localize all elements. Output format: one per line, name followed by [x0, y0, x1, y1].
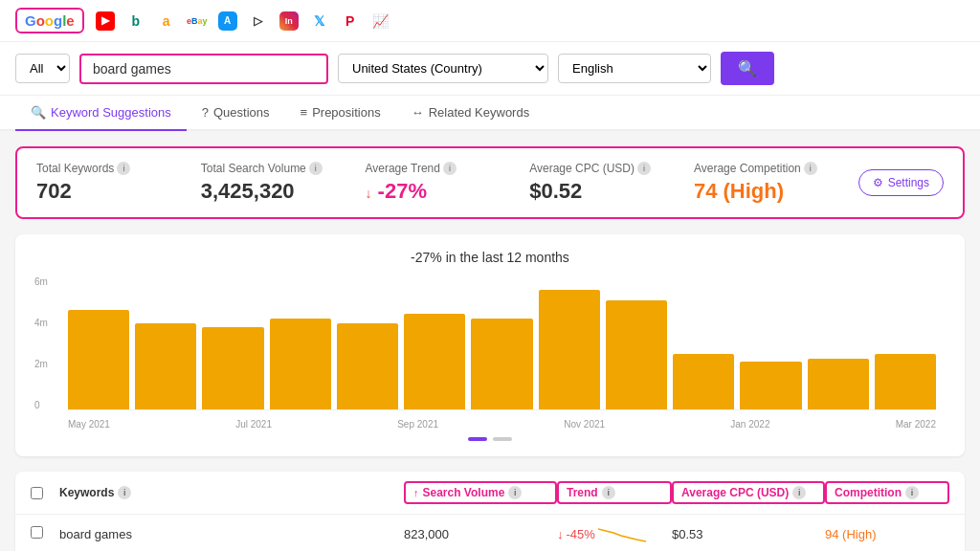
bar-5 [337, 323, 398, 409]
table-row: board games 823,000 ↓ -45% $0.53 94 (Hig… [15, 515, 965, 551]
avg-trend-label: Average Trend i [365, 162, 510, 175]
total-search-volume-label: Total Search Volume i [201, 162, 346, 175]
google-logo: Google [25, 12, 75, 29]
chart-x-labels: May 2021 Jul 2021 Sep 2021 Nov 2021 Jan … [68, 419, 936, 430]
instagram-engine-btn[interactable]: In [279, 11, 299, 31]
appstore-engine-btn[interactable]: A [218, 11, 237, 31]
competition-info-icon[interactable]: i [905, 486, 919, 499]
total-search-volume-stat: Total Search Volume i 3,425,320 [201, 162, 366, 204]
country-select[interactable]: United States (Country) [338, 54, 548, 83]
select-all-checkbox[interactable] [31, 487, 43, 499]
x-label-mar22: Mar 2022 [896, 419, 936, 430]
th-keywords: Keywords i [59, 486, 404, 499]
avg-cpc-label: Average CPC (USD) i [529, 162, 675, 175]
google-engine-btn[interactable]: Google [15, 8, 84, 33]
settings-button[interactable]: ⚙ Settings [858, 169, 944, 196]
bar-10 [673, 354, 734, 409]
avg-cpc-value: $0.52 [529, 179, 675, 204]
avg-trend-value: ↓ -27% [365, 179, 510, 204]
th-competition: Competition i [825, 481, 949, 504]
engine-bar: Google ▶ b a eBay A ▷ In 𝕏 P 📈 [0, 0, 980, 42]
th-search-volume: ↑ Search Volume i [404, 481, 557, 504]
bar-13 [875, 354, 936, 409]
search-button[interactable]: 🔍 [721, 52, 774, 85]
chart-dot-2[interactable] [493, 437, 512, 441]
prepositions-icon: ≡ [301, 105, 308, 120]
trend-info-icon[interactable]: i [602, 486, 615, 499]
related-keywords-icon: ↔ [412, 105, 424, 120]
x-label-jan22: Jan 2022 [730, 419, 769, 430]
total-search-volume-value: 3,425,320 [201, 179, 346, 204]
x-label-jul21: Jul 2021 [235, 419, 272, 430]
row1-trend-arrow: ↓ [557, 527, 564, 541]
gear-icon: ⚙ [873, 176, 883, 189]
chart-bars [68, 276, 936, 410]
avg-cpc-info-icon[interactable]: i [637, 162, 651, 175]
keywords-info-icon[interactable]: i [118, 486, 131, 499]
bar-1 [68, 310, 129, 409]
chart-section: -27% in the last 12 months 6m 4m 2m 0 [15, 234, 965, 456]
row1-check[interactable] [31, 526, 43, 539]
avg-cpc-stat: Average CPC (USD) i $0.52 [529, 162, 694, 204]
search-bar: All United States (Country) English 🔍 [0, 42, 980, 96]
bing-engine-btn[interactable]: b [126, 11, 145, 31]
news-engine-btn[interactable]: 📈 [371, 11, 390, 31]
th-checkbox [31, 487, 59, 499]
search-volume-header-info[interactable]: i [508, 486, 522, 499]
row1-checkbox [31, 526, 59, 541]
sort-icon: ↑ [413, 487, 419, 498]
total-keywords-value: 702 [36, 179, 182, 204]
avg-competition-value: 74 (High) [694, 179, 839, 204]
x-label-nov21: Nov 2021 [564, 419, 605, 430]
th-avg-cpc: Average CPC (USD) i [672, 481, 825, 504]
avg-competition-label: Average Competition i [694, 162, 839, 175]
stats-row: Total Keywords i 702 Total Search Volume… [15, 146, 965, 219]
nav-tabs: 🔍 Keyword Suggestions ? Questions ≡ Prep… [0, 96, 980, 131]
keyword-table: Keywords i ↑ Search Volume i Trend i Ave… [15, 472, 965, 551]
row1-sparkline [598, 524, 646, 543]
total-keywords-info-icon[interactable]: i [117, 162, 130, 175]
row1-keyword: board games [59, 527, 404, 541]
chart-y-labels: 6m 4m 2m 0 [34, 276, 63, 410]
chart-pagination [34, 437, 946, 441]
chart-container: 6m 4m 2m 0 May 2021 [34, 276, 946, 430]
language-select[interactable]: English [558, 54, 711, 83]
keyword-suggestions-icon: 🔍 [31, 105, 46, 120]
amazon-engine-btn[interactable]: a [157, 11, 176, 31]
filter-select[interactable]: All [15, 54, 70, 83]
bar-4 [270, 319, 331, 409]
avg-trend-stat: Average Trend i ↓ -27% [365, 162, 529, 204]
pinterest-engine-btn[interactable]: P [341, 11, 360, 31]
twitter-engine-btn[interactable]: 𝕏 [310, 11, 329, 31]
bar-7 [471, 319, 532, 409]
search-volume-info-icon[interactable]: i [309, 162, 323, 175]
cpc-info-icon[interactable]: i [792, 486, 806, 499]
total-keywords-stat: Total Keywords i 702 [36, 162, 201, 204]
avg-competition-stat: Average Competition i 74 (High) [694, 162, 858, 204]
row1-cpc: $0.53 [672, 527, 825, 541]
y-label-6m: 6m [34, 276, 63, 287]
questions-icon: ? [202, 105, 209, 120]
tab-keyword-suggestions[interactable]: 🔍 Keyword Suggestions [15, 96, 187, 131]
chart-dot-1[interactable] [468, 437, 487, 441]
bar-11 [740, 362, 801, 409]
x-label-may21: May 2021 [68, 419, 110, 430]
googleplay-engine-btn[interactable]: ▷ [249, 11, 268, 31]
main-content: Total Keywords i 702 Total Search Volume… [0, 131, 980, 551]
table-header: Keywords i ↑ Search Volume i Trend i Ave… [15, 472, 965, 515]
tab-questions[interactable]: ? Questions [187, 96, 285, 131]
total-keywords-label: Total Keywords i [36, 162, 182, 175]
bar-3 [202, 327, 263, 409]
row1-volume: 823,000 [404, 527, 557, 541]
tab-related-keywords[interactable]: ↔ Related Keywords [396, 96, 546, 131]
bar-9 [606, 300, 667, 409]
avg-competition-info-icon[interactable]: i [804, 162, 817, 175]
bar-8 [539, 290, 600, 409]
avg-trend-info-icon[interactable]: i [443, 162, 457, 175]
th-trend: Trend i [557, 481, 672, 504]
youtube-engine-btn[interactable]: ▶ [96, 11, 115, 31]
tab-prepositions[interactable]: ≡ Prepositions [285, 96, 396, 131]
keyword-input[interactable] [79, 54, 328, 84]
ebay-engine-btn[interactable]: eBay [188, 11, 207, 31]
row1-trend: ↓ -45% [557, 524, 672, 543]
